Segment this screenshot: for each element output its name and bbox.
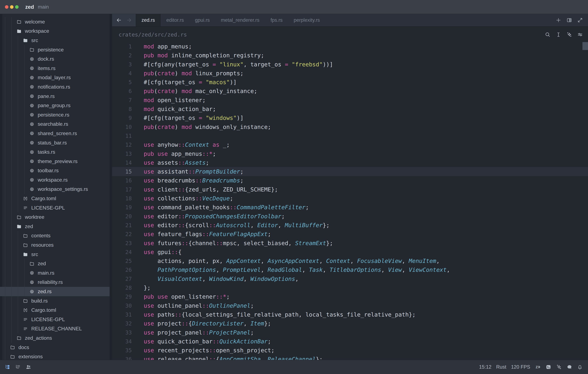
project-name[interactable]: zed bbox=[25, 4, 34, 10]
code-line-6[interactable]: 6pub(crate) mod mac_only_instance; bbox=[112, 87, 588, 95]
tab-fps-rs[interactable]: fps.rs bbox=[265, 14, 288, 26]
tree-item-contents[interactable]: contents bbox=[0, 231, 110, 240]
code-line-1[interactable]: 1mod app_menus; bbox=[112, 42, 588, 51]
line-number[interactable]: 25 bbox=[112, 257, 132, 265]
close-window-button[interactable] bbox=[5, 5, 8, 9]
navigate-forward-button[interactable] bbox=[126, 17, 132, 23]
code-line-31[interactable]: 31use paths::{local_settings_file_relati… bbox=[112, 310, 588, 319]
code-line-30[interactable]: 30use outline_panel::OutlinePanel; bbox=[112, 301, 588, 310]
code-editor[interactable]: 1mod app_menus;2pub mod inline_completio… bbox=[112, 42, 588, 360]
line-number[interactable]: 16 bbox=[112, 176, 132, 185]
tree-item-persistence-rs[interactable]: Rpersistence.rs bbox=[0, 110, 110, 120]
tree-item-zed[interactable]: zed bbox=[0, 259, 110, 268]
people-icon[interactable] bbox=[25, 364, 32, 370]
tree-item-zed-rs[interactable]: Rzed.rs bbox=[0, 287, 110, 296]
code-line-9[interactable]: 9#[cfg(target_os = "windows")] bbox=[112, 114, 588, 122]
line-number[interactable]: 17 bbox=[112, 185, 132, 194]
line-number[interactable]: 9 bbox=[112, 114, 132, 122]
inline-assist-icon[interactable] bbox=[555, 31, 562, 38]
code-line-25[interactable]: 25 actions, point, px, AppContext, Async… bbox=[112, 257, 588, 265]
expand-pane-button[interactable] bbox=[577, 17, 583, 23]
tree-item-status-bar-rs[interactable]: Rstatus_bar.rs bbox=[0, 138, 110, 147]
tree-item-resources[interactable]: resources bbox=[0, 240, 110, 250]
tab-metal_renderer-rs[interactable]: metal_renderer.rs bbox=[215, 14, 265, 26]
tree-item-workspace-settings-rs[interactable]: Rworkspace_settings.rs bbox=[0, 185, 110, 194]
line-number[interactable]: 27 bbox=[112, 274, 132, 283]
tree-item-tasks-rs[interactable]: Rtasks.rs bbox=[0, 147, 110, 157]
code-line-10[interactable]: 10pub(crate) mod windows_only_instance; bbox=[112, 123, 588, 131]
line-number[interactable]: 2 bbox=[112, 51, 132, 60]
line-number[interactable]: 24 bbox=[112, 248, 132, 257]
code-line-2[interactable]: 2pub mod inline_completion_registry; bbox=[112, 51, 588, 60]
tree-item-toolbar-rs[interactable]: Rtoolbar.rs bbox=[0, 166, 110, 176]
tree-item-theme-preview-rs[interactable]: Rtheme_preview.rs bbox=[0, 157, 110, 166]
new-tab-button[interactable] bbox=[555, 17, 562, 23]
code-line-16[interactable]: 16use breadcrumbs::Breadcrumbs; bbox=[112, 176, 588, 185]
tab-gpui-rs[interactable]: gpui.rs bbox=[189, 14, 215, 26]
line-number[interactable]: 23 bbox=[112, 239, 132, 248]
line-number[interactable]: 21 bbox=[112, 221, 132, 230]
line-number[interactable]: 1 bbox=[112, 42, 132, 51]
line-number[interactable]: 7 bbox=[112, 96, 132, 105]
tree-item-build-rs[interactable]: build.rs bbox=[0, 296, 110, 306]
line-number[interactable]: 22 bbox=[112, 230, 132, 239]
tab-zed-rs[interactable]: zed.rs bbox=[136, 14, 160, 26]
code-line-11[interactable]: 11 bbox=[112, 131, 588, 140]
line-number[interactable]: 13 bbox=[112, 149, 132, 158]
code-line-22[interactable]: 22use feature_flags::FeatureFlagAppExt; bbox=[112, 230, 588, 239]
code-line-19[interactable]: 19use command_palette_hooks::CommandPale… bbox=[112, 203, 588, 212]
code-line-3[interactable]: 3#[cfg(any(target_os = "linux", target_o… bbox=[112, 60, 588, 69]
tree-item-modal-layer-rs[interactable]: Rmodal_layer.rs bbox=[0, 73, 110, 82]
tree-item-release-channel[interactable]: RELEASE_CHANNEL bbox=[0, 324, 110, 333]
tree-item-dock-rs[interactable]: Rdock.rs bbox=[0, 54, 110, 64]
code-line-13[interactable]: 13pub use app_menus::*; bbox=[112, 149, 588, 158]
bell-icon[interactable] bbox=[577, 364, 583, 370]
code-line-20[interactable]: 20use editor::ProposedChangesEditorToolb… bbox=[112, 212, 588, 221]
code-line-4[interactable]: 4pub(crate) mod linux_prompts; bbox=[112, 69, 588, 78]
tree-item-license-gpl[interactable]: LICENSE-GPL bbox=[0, 315, 110, 324]
line-number[interactable]: 6 bbox=[112, 87, 132, 95]
line-number[interactable]: 33 bbox=[112, 328, 132, 337]
code-line-35[interactable]: 35use recent_projects::open_ssh_project; bbox=[112, 346, 588, 355]
sparkle-icon[interactable] bbox=[556, 364, 562, 370]
code-line-26[interactable]: 26 PathPromptOptions, PromptLevel, ReadG… bbox=[112, 265, 588, 274]
tree-item-reliability-rs[interactable]: Rreliability.rs bbox=[0, 278, 110, 287]
tree-item-cargo-toml[interactable]: Cargo.toml bbox=[0, 305, 110, 315]
line-number[interactable]: 35 bbox=[112, 346, 132, 355]
code-line-18[interactable]: 18use collections::VecDeque; bbox=[112, 194, 588, 203]
tree-item-docs[interactable]: docs bbox=[0, 343, 110, 352]
minimize-window-button[interactable] bbox=[10, 5, 13, 9]
line-number[interactable]: 19 bbox=[112, 203, 132, 212]
line-number[interactable]: 18 bbox=[112, 194, 132, 203]
language-selector[interactable]: Rust bbox=[496, 364, 506, 370]
code-line-14[interactable]: 14use assets::Assets; bbox=[112, 158, 588, 167]
outline-icon[interactable] bbox=[15, 364, 21, 370]
code-line-15[interactable]: 15use assistant::PromptBuilder; bbox=[112, 167, 588, 176]
line-number[interactable]: 28 bbox=[112, 283, 132, 292]
tree-item-notifications-rs[interactable]: Rnotifications.rs bbox=[0, 82, 110, 92]
code-line-27[interactable]: 27 VisualContext, WindowKind, WindowOpti… bbox=[112, 274, 588, 283]
code-line-8[interactable]: 8mod quick_action_bar; bbox=[112, 105, 588, 114]
tree-item-welcome[interactable]: welcome bbox=[0, 17, 110, 27]
tree-item-extensions[interactable]: extensions bbox=[0, 352, 110, 360]
code-line-36[interactable]: 36use release_channel::{AppCommitSha, Re… bbox=[112, 355, 588, 360]
tree-item-worktree[interactable]: worktree bbox=[0, 212, 110, 222]
tree-item-src[interactable]: src bbox=[0, 250, 110, 259]
line-number[interactable]: 3 bbox=[112, 60, 132, 69]
line-number[interactable]: 4 bbox=[112, 69, 132, 78]
split-pane-button[interactable] bbox=[566, 17, 572, 23]
tree-item-cargo-toml[interactable]: Cargo.toml bbox=[0, 194, 110, 203]
tree-item-persistence[interactable]: persistence bbox=[0, 45, 110, 54]
zed-predict-icon[interactable]: Z bbox=[535, 364, 541, 370]
code-line-32[interactable]: 32use project::{DirectoryLister, Item}; bbox=[112, 319, 588, 328]
code-line-24[interactable]: 24use gpui::{ bbox=[112, 248, 588, 257]
tree-item-pane-rs[interactable]: Rpane.rs bbox=[0, 92, 110, 101]
tree-item-items-rs[interactable]: Ritems.rs bbox=[0, 64, 110, 73]
tree-item-src[interactable]: src bbox=[0, 36, 110, 45]
assistant-sparkle-icon[interactable] bbox=[566, 31, 572, 38]
line-number[interactable]: 26 bbox=[112, 265, 132, 274]
tree-item-searchable-rs[interactable]: Rsearchable.rs bbox=[0, 120, 110, 129]
line-number[interactable]: 12 bbox=[112, 140, 132, 149]
line-number[interactable]: 8 bbox=[112, 105, 132, 114]
tree-item-shared-screen-rs[interactable]: Rshared_screen.rs bbox=[0, 129, 110, 138]
